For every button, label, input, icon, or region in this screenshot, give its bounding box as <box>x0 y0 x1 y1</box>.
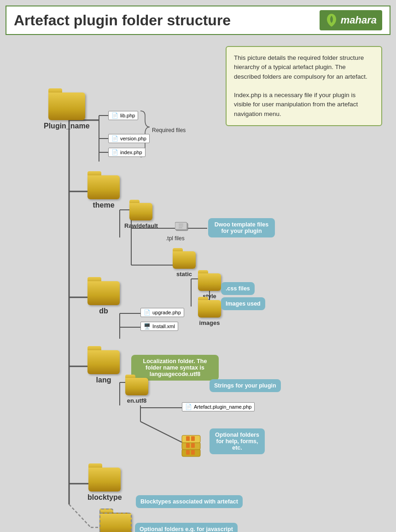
index-php-file: index.php <box>108 148 146 157</box>
images-folder: images <box>198 300 221 326</box>
blocktype-folder: blocktype <box>87 468 122 502</box>
lib-php-file: lib.php <box>108 111 138 120</box>
static-folder: static <box>173 251 196 278</box>
optional-folders-stack <box>180 426 203 460</box>
images-label: images <box>199 319 220 326</box>
mahara-logo-text: mahara <box>341 14 377 26</box>
svg-rect-44 <box>191 436 195 441</box>
tpl-icon <box>175 221 189 234</box>
header: Artefact plugin folder structure mahara <box>6 6 390 35</box>
optional-help-bubble: Optional folders for help, forms, etc. <box>210 428 265 454</box>
svg-line-27 <box>140 422 182 442</box>
lang-folder: lang <box>87 350 120 384</box>
db-label: db <box>99 307 108 315</box>
mahara-leaf-icon <box>325 13 338 28</box>
required-files-label: Required files <box>152 127 186 133</box>
raw-default-label: Raw/default <box>124 222 158 229</box>
dwoo-bubble: Dwoo template files for your plugin <box>208 218 275 237</box>
svg-rect-42 <box>191 443 195 448</box>
blocktypes-bubble: Blocktypes associated with artefact <box>136 495 243 508</box>
page-title: Artefact plugin folder structure <box>14 12 231 29</box>
mahara-logo: mahara <box>320 10 382 30</box>
version-php-file: version.php <box>108 134 150 143</box>
plugin-name-label: Plugin_name <box>44 122 90 130</box>
en-utf8-label: en.utf8 <box>127 397 147 404</box>
svg-rect-39 <box>186 450 190 455</box>
install-xml-file: 🖥️ Install.xml <box>140 322 178 331</box>
svg-rect-43 <box>186 436 190 441</box>
artefact-plugin-file: Artefact.plugin_name.php <box>182 402 255 411</box>
en-utf8-folder: en.utf8 <box>125 378 148 404</box>
upgrade-php-file: upgrade.php <box>140 308 184 317</box>
style-folder: style <box>198 273 221 300</box>
svg-rect-41 <box>186 443 190 448</box>
theme-folder: theme <box>87 175 120 209</box>
optional-js-bubble: Optional folders e.g. for javascript <box>135 523 238 532</box>
plugin-name-folder: Plugin_name <box>44 93 90 130</box>
images-used-bubble: Images used <box>221 297 265 310</box>
tpl-files-label: .tpl files <box>166 235 185 242</box>
blocktype-label: blocktype <box>87 493 122 502</box>
localization-bubble: Localization folder. The folder name syn… <box>131 355 219 381</box>
theme-label: theme <box>93 201 114 209</box>
strings-bubble: Strings for your plugin <box>210 379 281 392</box>
static-label: static <box>176 271 192 278</box>
db-folder: db <box>87 281 120 315</box>
raw-default-folder: Raw/default <box>124 203 158 229</box>
svg-rect-40 <box>191 450 195 455</box>
lang-label: lang <box>96 376 111 384</box>
css-files-bubble: .css files <box>221 282 255 295</box>
